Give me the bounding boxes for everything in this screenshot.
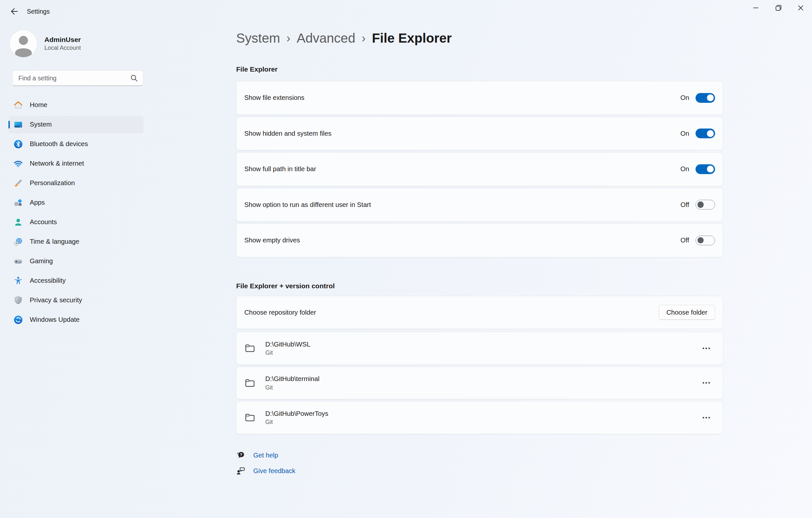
sidebar-item-network[interactable]: Network & internet (8, 155, 144, 172)
repository-list: D:\GitHub\WSL Git ••• D:\GitHub\terminal… (236, 332, 723, 434)
bluetooth-icon (13, 139, 23, 149)
sidebar-item-label: Apps (30, 199, 45, 206)
repo-type: Git (265, 419, 328, 426)
back-arrow-icon (10, 7, 18, 15)
give-feedback-row: Give feedback (236, 463, 723, 479)
account-type: Local Account (45, 45, 81, 51)
toggle-knob (707, 130, 714, 137)
setting-label: Show full path in title bar (244, 165, 680, 173)
search-icon (130, 75, 138, 82)
sidebar-item-gaming[interactable]: Gaming (8, 253, 144, 270)
setting-label: Show hidden and system files (244, 130, 680, 137)
repo-path: D:\GitHub\terminal (265, 375, 320, 383)
sidebar-item-label: Home (30, 101, 48, 109)
folder-icon (244, 343, 256, 353)
close-button[interactable] (789, 0, 812, 16)
more-options-button[interactable]: ••• (698, 376, 715, 390)
toggle-show-hidden-files[interactable] (696, 128, 715, 138)
toggle-show-file-extensions[interactable] (696, 93, 715, 103)
sidebar-item-label: Privacy & security (30, 296, 82, 304)
sidebar-item-windows-update[interactable]: Windows Update (8, 311, 144, 328)
window-controls (745, 0, 812, 16)
search-box (12, 70, 143, 86)
toggle-show-empty-drives[interactable] (696, 236, 715, 245)
minimize-icon (753, 5, 759, 11)
minimize-button[interactable] (745, 0, 767, 16)
accessibility-icon (13, 276, 23, 286)
ellipsis-icon: ••• (702, 345, 711, 351)
sidebar-item-accounts[interactable]: Accounts (8, 213, 144, 231)
help-bubble-icon: ? (236, 451, 245, 460)
more-options-button[interactable]: ••• (698, 341, 715, 355)
setting-label: Choose repository folder (244, 309, 659, 316)
page-title: File Explorer (372, 31, 452, 46)
chevron-right-icon: › (362, 31, 366, 46)
toggle-state-label: Off (680, 201, 689, 208)
section-title-version-control: File Explorer + version control (236, 282, 723, 292)
privacy-security-icon (13, 295, 23, 305)
sidebar-item-apps[interactable]: Apps (8, 194, 144, 211)
restore-icon (776, 5, 781, 11)
back-button[interactable] (6, 4, 23, 19)
restore-button[interactable] (767, 0, 789, 16)
file-explorer-settings: Show file extensions On Show hidden and … (236, 81, 723, 257)
toggle-knob (707, 94, 714, 101)
sidebar-item-label: Accessibility (30, 277, 66, 284)
toggle-state-label: On (680, 94, 689, 102)
titlebar: Settings (0, 0, 812, 23)
repo-path: D:\GitHub\WSL (265, 340, 310, 348)
more-options-button[interactable]: ••• (698, 411, 715, 424)
repo-row-terminal: D:\GitHub\terminal Git ••• (236, 367, 723, 400)
get-help-link[interactable]: Get help (254, 452, 279, 459)
choose-folder-button[interactable]: Choose folder (659, 305, 715, 320)
folder-icon (244, 378, 256, 388)
sidebar-item-time-language[interactable]: Time & language (8, 233, 144, 251)
personalization-icon (13, 178, 23, 188)
windows-update-icon (13, 315, 23, 325)
setting-row-show-empty-drives: Show empty drives Off (236, 224, 723, 257)
sidebar-item-bluetooth[interactable]: Bluetooth & devices (8, 135, 144, 153)
get-help-row: ? Get help (236, 448, 723, 463)
feedback-person-icon (236, 466, 245, 476)
breadcrumb-system[interactable]: System (236, 31, 280, 46)
breadcrumb-advanced[interactable]: Advanced (297, 31, 355, 46)
sidebar-item-accessibility[interactable]: Accessibility (8, 272, 144, 290)
sidebar-item-personalization[interactable]: Personalization (8, 174, 144, 192)
ellipsis-icon: ••• (702, 380, 711, 386)
sidebar-item-privacy[interactable]: Privacy & security (8, 291, 144, 309)
sidebar-item-system[interactable]: System (8, 116, 144, 134)
window-title: Settings (27, 8, 50, 15)
toggle-state-label: Off (680, 236, 689, 244)
sidebar-item-label: Accounts (30, 218, 57, 226)
setting-row-run-as-different-user: Show option to run as different user in … (236, 188, 723, 222)
avatar (10, 30, 37, 57)
svg-text:?: ? (240, 452, 242, 457)
help-footer: ? Get help Give feedback (236, 448, 723, 479)
sidebar-item-label: Gaming (30, 257, 53, 265)
repo-type: Git (265, 349, 310, 356)
sidebar: AdminUser Local Account Home System (0, 23, 156, 337)
user-name: AdminUser (45, 35, 81, 44)
accounts-icon (13, 218, 23, 227)
setting-row-show-full-path: Show full path in title bar On (236, 152, 723, 186)
toggle-state-label: On (680, 130, 689, 137)
give-feedback-link[interactable]: Give feedback (254, 467, 295, 475)
main-content: System › Advanced › File Explorer File E… (236, 23, 723, 479)
breadcrumb: System › Advanced › File Explorer (236, 28, 723, 48)
ellipsis-icon: ••• (702, 414, 711, 421)
sidebar-item-home[interactable]: Home (8, 96, 144, 114)
sidebar-item-label: Windows Update (30, 316, 80, 323)
sidebar-item-label: Bluetooth & devices (30, 140, 88, 148)
search-input[interactable] (13, 70, 143, 86)
apps-icon (13, 198, 23, 208)
repo-type: Git (265, 384, 320, 391)
toggle-show-full-path[interactable] (696, 164, 715, 174)
chevron-right-icon: › (287, 31, 291, 46)
sidebar-item-label: Time & language (30, 238, 79, 245)
toggle-run-as-different-user[interactable] (696, 200, 715, 209)
time-language-icon (13, 237, 23, 247)
user-profile[interactable]: AdminUser Local Account (10, 29, 156, 58)
repo-row-powertoys: D:\GitHub\PowerToys Git ••• (236, 401, 723, 434)
repo-path: D:\GitHub\PowerToys (265, 410, 328, 418)
close-icon (798, 5, 804, 11)
